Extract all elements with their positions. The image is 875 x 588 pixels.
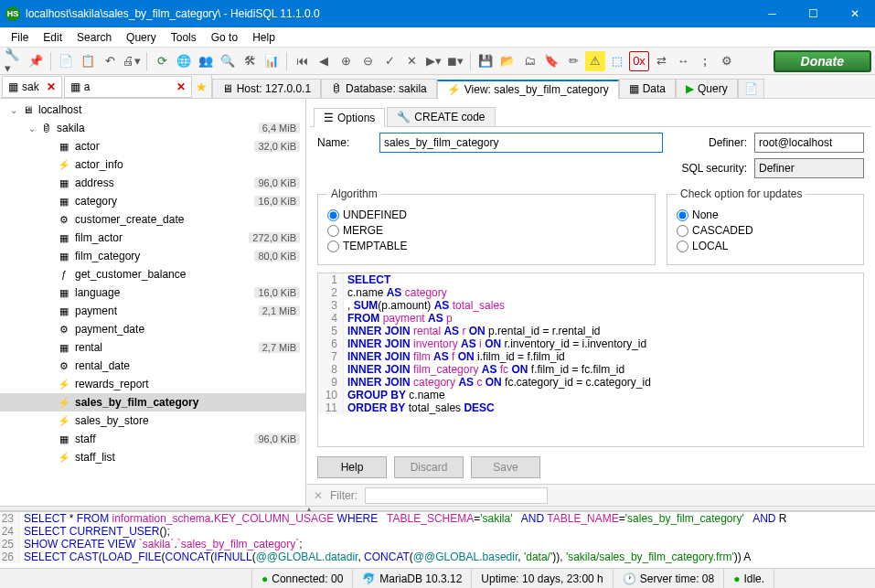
check-cascaded-radio[interactable] [677, 225, 688, 237]
minimize-button[interactable]: ─ [752, 0, 793, 27]
menu-file[interactable]: File [4, 29, 36, 46]
sql-log[interactable]: 23SELECT * FROM information_schema.KEY_C… [0, 511, 875, 568]
sql-editor[interactable]: 1SELECT2c.name AS category3, SUM(p.amoun… [317, 273, 864, 447]
close-icon[interactable]: ✕ [47, 80, 56, 93]
tree-item[interactable]: ⌄🛢sakila6,4 MiB [0, 119, 305, 137]
tool-icon[interactable]: 🔧▾ [4, 51, 24, 71]
tree-item[interactable]: ▦rental2,7 MiB [0, 338, 305, 357]
highlight-icon[interactable]: ⚠ [585, 51, 605, 71]
edit-icon[interactable]: ✏ [563, 51, 583, 71]
prev-icon[interactable]: ◀ [314, 51, 334, 71]
close-icon[interactable]: ✕ [176, 80, 186, 93]
tree-item[interactable]: ⚙rental_date [0, 357, 305, 375]
tree-item[interactable]: ⚙payment_date [0, 320, 305, 338]
expand-icon[interactable]: ⌄ [26, 123, 38, 134]
subtab-options[interactable]: ☰Options [314, 108, 385, 127]
bookmark-icon[interactable]: 🔖 [541, 51, 561, 71]
menu-edit[interactable]: Edit [36, 29, 69, 46]
help-button[interactable]: Help [317, 456, 387, 478]
remove-icon[interactable]: ⊖ [357, 51, 378, 71]
wrench-icon[interactable]: 🛠 [240, 51, 260, 71]
add-icon[interactable]: ⊕ [336, 51, 356, 71]
first-icon[interactable]: ⏮ [292, 51, 312, 71]
tree-item[interactable]: ▦category16,0 KiB [0, 192, 305, 210]
tree-item[interactable]: ⚡sales_by_film_category [0, 393, 305, 412]
menu-query[interactable]: Query [119, 29, 164, 46]
favorite-icon[interactable]: ★ [196, 80, 208, 94]
tree-item[interactable]: ⚡sales_by_store [0, 412, 305, 430]
tab-label: Data [643, 82, 666, 95]
pin-icon[interactable]: 📌 [26, 51, 46, 71]
format-icon[interactable]: ⬚ [607, 51, 627, 71]
filter-icon[interactable]: 🗂 [519, 51, 539, 71]
sqlsecurity-select[interactable]: Definer [754, 158, 864, 178]
tab-add[interactable]: 📄 [738, 79, 764, 98]
tree-item[interactable]: ▦address96,0 KiB [0, 174, 305, 192]
globe-icon[interactable]: 🌐 [174, 51, 194, 71]
close-button[interactable]: ✕ [834, 0, 875, 27]
print-icon[interactable]: 🖨▾ [122, 51, 142, 71]
open-icon[interactable]: 📂 [497, 51, 518, 71]
main-toolbar: 🔧▾ 📌 📄 📋 ↶ 🖨▾ ⟳ 🌐 👥 🔍 🛠 📊 ⏮ ◀ ⊕ ⊖ ✓ ✕ ▶▾… [0, 48, 875, 75]
users-icon[interactable]: 👥 [196, 51, 216, 71]
tree-item[interactable]: ▦actor32,0 KiB [0, 137, 305, 155]
connection-tab[interactable]: ▦ sak ✕ [2, 76, 62, 98]
semicolon-icon[interactable]: ; [695, 51, 715, 71]
play-icon[interactable]: ▶▾ [423, 51, 443, 71]
tree-item[interactable]: ⚡staff_list [0, 448, 305, 466]
tab-database[interactable]: 🛢Database: sakila [321, 79, 437, 98]
clear-filter-icon[interactable]: ✕ [314, 489, 323, 502]
check-none-radio[interactable] [677, 209, 688, 221]
gear-icon[interactable]: ⚙ [717, 51, 737, 71]
subtab-create-code[interactable]: 🔧CREATE code [387, 107, 495, 126]
expand-icon[interactable]: ↔ [673, 51, 693, 71]
tree-item[interactable]: ▦staff96,0 KiB [0, 430, 305, 448]
tab-host[interactable]: 🖥Host: 127.0.0.1 [212, 79, 321, 98]
discard-button[interactable]: Discard [394, 456, 464, 478]
tab-query[interactable]: ▶Query [676, 79, 738, 98]
tab-view[interactable]: ⚡View: sales_by_film_category [437, 80, 619, 99]
tree-item[interactable]: ▦payment2,1 MiB [0, 302, 305, 320]
menu-goto[interactable]: Go to [204, 29, 245, 46]
donate-button[interactable]: Donate [774, 50, 871, 72]
tree-item-label: category [75, 195, 254, 208]
copy-icon[interactable]: 📄 [56, 51, 76, 71]
definer-select[interactable]: root@localhost [754, 133, 864, 153]
connection-tab[interactable]: ▦ a ✕ [64, 76, 192, 98]
var-icon[interactable]: 0x [629, 51, 649, 71]
tab-data[interactable]: ▦Data [619, 79, 676, 98]
expand-icon[interactable]: ⌄ [7, 105, 20, 115]
cancel-icon[interactable]: ✕ [401, 51, 421, 71]
tree-item[interactable]: ⚡rewards_report [0, 375, 305, 393]
tree-item[interactable]: ▦language16,0 KiB [0, 283, 305, 302]
menu-help[interactable]: Help [245, 29, 283, 46]
maximize-button[interactable]: ☐ [793, 0, 834, 27]
refresh-icon[interactable]: ⟳ [152, 51, 172, 71]
paste-icon[interactable]: 📋 [78, 51, 98, 71]
stop-icon[interactable]: ◼▾ [445, 51, 465, 71]
tree-item[interactable]: ƒget_customer_balance [0, 265, 305, 283]
name-input[interactable] [379, 133, 663, 153]
save-icon[interactable]: 💾 [475, 51, 496, 71]
algo-merge-radio[interactable] [327, 225, 339, 237]
tree-item[interactable]: ⌄🖥localhost [0, 101, 305, 119]
save-button[interactable]: Save [471, 456, 540, 478]
algo-undefined-radio[interactable] [327, 209, 339, 221]
menu-search[interactable]: Search [69, 29, 119, 46]
tree-item[interactable]: ⚙customer_create_date [0, 210, 305, 229]
filter-input[interactable] [365, 487, 548, 504]
object-tree[interactable]: ⌄🖥localhost⌄🛢sakila6,4 MiB▦actor32,0 KiB… [0, 99, 305, 506]
object-icon: ƒ [57, 267, 71, 282]
tree-item[interactable]: ▦film_category80,0 KiB [0, 247, 305, 265]
algo-temptable-radio[interactable] [327, 241, 339, 252]
object-icon: ▦ [57, 139, 71, 154]
chart-icon[interactable]: 📊 [261, 51, 282, 71]
check-icon[interactable]: ✓ [379, 51, 400, 71]
undo-icon[interactable]: ↶ [100, 51, 120, 71]
tree-item[interactable]: ▦film_actor272,0 KiB [0, 229, 305, 247]
compress-icon[interactable]: ⇄ [651, 51, 671, 71]
menu-tools[interactable]: Tools [164, 29, 204, 46]
tree-item[interactable]: ⚡actor_info [0, 155, 305, 174]
check-local-radio[interactable] [677, 241, 688, 252]
explore-icon[interactable]: 🔍 [218, 51, 238, 71]
